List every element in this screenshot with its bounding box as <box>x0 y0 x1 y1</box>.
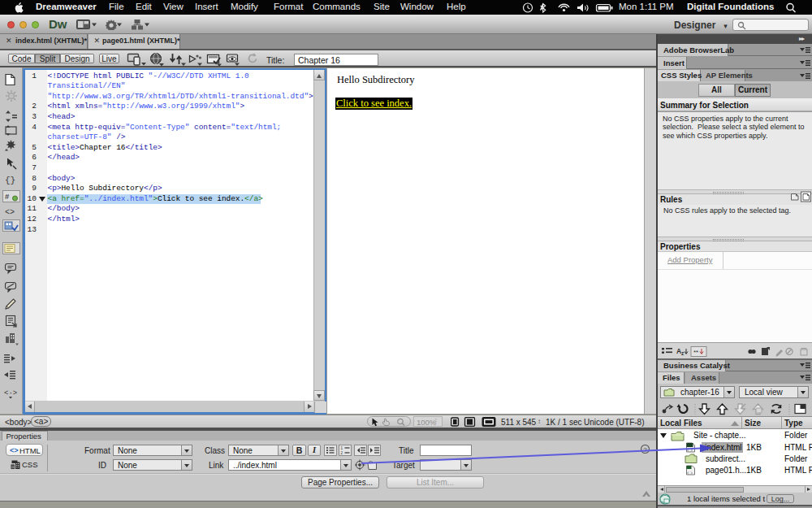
svg-text:?: ? <box>643 446 647 454</box>
svg-text:#: # <box>5 192 10 201</box>
svg-text:<·>: <·> <box>4 389 17 397</box>
svg-text:**: ** <box>693 349 698 356</box>
svg-text:{}: {} <box>5 176 15 185</box>
svg-text:<>: <> <box>5 208 15 217</box>
svg-text:z: z <box>681 350 685 356</box>
